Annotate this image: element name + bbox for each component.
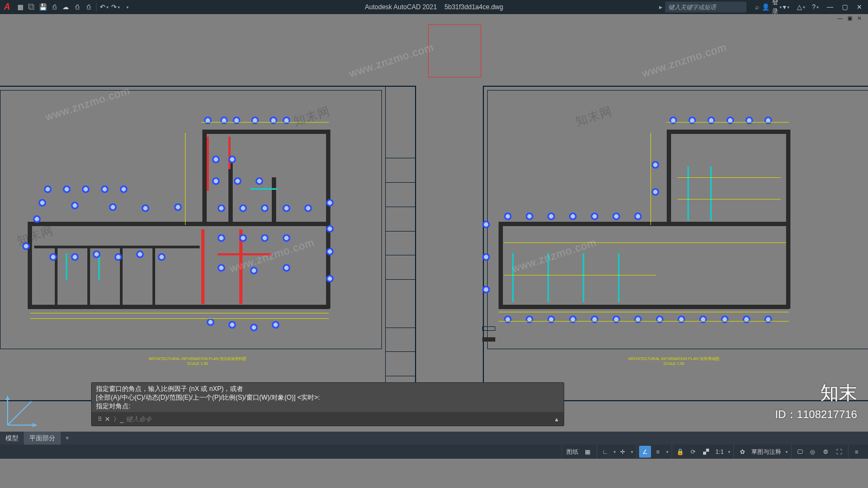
isolate-button[interactable]: ◎ bbox=[807, 446, 819, 458]
chevron-down-icon[interactable]: ▾ bbox=[786, 450, 788, 454]
chevron-down-icon[interactable]: ▾ bbox=[614, 450, 616, 454]
app-logo-icon[interactable]: A bbox=[0, 0, 14, 14]
chevron-down-icon[interactable]: ▾ bbox=[666, 450, 668, 454]
infocenter-search[interactable]: 键入关键字或短语 bbox=[665, 2, 746, 12]
monitor-button[interactable]: 🖵 bbox=[794, 446, 806, 458]
doc-restore-button[interactable]: ▣ bbox=[845, 15, 854, 21]
sheet-left-title: ARCHITECTURAL INFORMATION PLAN 室内装饰资料图 S… bbox=[116, 356, 279, 365]
ucs-icon[interactable] bbox=[5, 394, 39, 427]
annotation-scale-value[interactable]: 1:1 bbox=[713, 448, 726, 455]
clean-screen-button[interactable]: ⛶ bbox=[833, 446, 845, 458]
grid-toggle-button[interactable]: ▦ bbox=[582, 446, 593, 458]
user-icon: 👤 bbox=[762, 3, 770, 11]
signin-button[interactable]: 👤 登录 ▾ bbox=[765, 1, 778, 13]
share-button[interactable]: △▾ bbox=[794, 1, 807, 13]
title-center: Autodesk AutoCAD 2021 5b31f3dd1a4ce.dwg bbox=[365, 3, 503, 11]
app-name: Autodesk AutoCAD 2021 bbox=[365, 3, 437, 11]
tab-model[interactable]: 模型 bbox=[0, 432, 24, 445]
qat-plot-button[interactable]: ⎙ bbox=[72, 2, 82, 12]
command-input-row: ⠿ ✕ 〉_ ▴ bbox=[92, 413, 564, 426]
doc-close-button[interactable]: ✕ bbox=[855, 15, 864, 21]
command-prompt-icon: 〉_ bbox=[113, 415, 124, 424]
command-input[interactable] bbox=[126, 415, 555, 423]
lock-ui-button[interactable]: 🔒 bbox=[674, 446, 686, 458]
command-recent-button[interactable]: ▴ bbox=[555, 415, 558, 423]
qat-save-button[interactable]: 💾 bbox=[38, 2, 48, 12]
command-history-line: [全部(A)/中心(C)/动态(D)/范围(E)/上一个(P)/比例(S)/窗口… bbox=[96, 393, 559, 402]
window-close-button[interactable]: ✕ bbox=[853, 1, 866, 13]
doc-minimize-button[interactable]: — bbox=[835, 15, 844, 21]
qat-separator bbox=[96, 3, 97, 11]
annotation-scale-button[interactable]: ⟳ bbox=[687, 446, 699, 458]
qat-customize-button[interactable]: ▾ bbox=[122, 2, 132, 12]
snap-toggle-button[interactable]: ∟ bbox=[599, 446, 611, 458]
osnap-toggle-button[interactable]: ∠ bbox=[639, 446, 651, 458]
file-name: 5b31f3dd1a4ce.dwg bbox=[444, 3, 503, 11]
search-placeholder: 键入关键字或短语 bbox=[668, 3, 716, 11]
titleblock-left bbox=[385, 87, 415, 400]
plan-area-right bbox=[487, 90, 868, 349]
command-history-line: 指定窗口的角点，输入比例因子 (nX 或 nXP)，或者 bbox=[96, 384, 559, 393]
sheet-left: ARCHITECTURAL INFORMATION PLAN 室内装饰资料图 S… bbox=[0, 86, 416, 401]
title-right: ▸ 键入关键字或短语 ⌕ 👤 登录 ▾ ▾▾ △▾ ?▾ — ▢ ✕ bbox=[659, 1, 868, 13]
command-history: 指定窗口的角点，输入比例因子 (nX 或 nXP)，或者 [全部(A)/中心(C… bbox=[92, 383, 564, 413]
search-marker-icon: ▸ bbox=[659, 3, 662, 11]
window-maximize-button[interactable]: ▢ bbox=[838, 1, 851, 13]
qat-saveas-button[interactable]: ⎙ bbox=[49, 2, 59, 12]
brand-id-overlay: ID：1108217716 bbox=[775, 407, 857, 422]
qat-webmobile-button[interactable]: ☁ bbox=[61, 2, 71, 12]
sheet-right: ARCHITECTURAL INFORMATION PLAN 顶埋/局墙图 SC… bbox=[483, 86, 868, 401]
paperspace-label[interactable]: 图纸 bbox=[564, 448, 580, 456]
chevron-down-icon[interactable]: ▾ bbox=[631, 450, 633, 454]
lineweight-button[interactable]: ≡ bbox=[652, 446, 664, 458]
watermark: www.znzmo.com bbox=[640, 41, 728, 80]
svg-marker-4 bbox=[5, 396, 10, 400]
help-button[interactable]: ?▾ bbox=[809, 1, 822, 13]
window-minimize-button[interactable]: — bbox=[824, 1, 837, 13]
workspace-switch-button[interactable]: ✿ bbox=[736, 446, 748, 458]
sheet-right-title: ARCHITECTURAL INFORMATION PLAN 顶埋/局墙图 SC… bbox=[592, 356, 755, 365]
zoom-window-rect bbox=[428, 24, 481, 78]
qat-redo-button[interactable]: ↷▾ bbox=[111, 2, 120, 12]
document-window-controls: — ▣ ✕ bbox=[0, 14, 868, 22]
qat-open-button[interactable]: ⿻ bbox=[27, 2, 36, 12]
hardware-accel-button[interactable]: ⚙ bbox=[820, 446, 832, 458]
tab-add-button[interactable]: + bbox=[61, 434, 74, 442]
drawing-viewport[interactable]: ARCHITECTURAL INFORMATION PLAN 室内装饰资料图 S… bbox=[0, 22, 868, 432]
qat-plot2-button[interactable]: ⎙ bbox=[84, 2, 93, 12]
svg-marker-3 bbox=[33, 423, 37, 427]
autodesk-app-button[interactable]: ▾▾ bbox=[780, 1, 793, 13]
qat-undo-button[interactable]: ↶▾ bbox=[99, 2, 109, 12]
polar-toggle-button[interactable]: ✛ bbox=[617, 446, 629, 458]
command-close-button[interactable]: ✕ bbox=[105, 415, 112, 423]
command-window[interactable]: 指定窗口的角点，输入比例因子 (nX 或 nXP)，或者 [全部(A)/中心(C… bbox=[91, 382, 564, 426]
tab-layout-1[interactable]: 平面部分 bbox=[24, 432, 61, 445]
watermark: www.znzmo.com bbox=[347, 41, 435, 80]
command-history-line: 指定对角点: bbox=[96, 402, 559, 410]
workspace-label[interactable]: 草图与注释 bbox=[749, 448, 783, 456]
customize-status-button[interactable]: ≡ bbox=[851, 446, 863, 458]
svg-line-2 bbox=[8, 401, 31, 425]
annotation-vis-button[interactable]: 🙾 bbox=[700, 446, 712, 458]
plan-area-left bbox=[0, 90, 382, 349]
qat-new-button[interactable]: ▦ bbox=[15, 2, 25, 12]
layout-tabs: 模型 平面部分 + bbox=[0, 432, 868, 445]
command-grip-icon[interactable]: ⠿ bbox=[95, 416, 105, 423]
status-bar: 图纸 ▦ ∟ ▾ ✛ ▾ ∠ ≡ ▾ 🔒 ⟳ 🙾 1:1 ▾ ✿ 草图与注释 ▾… bbox=[0, 445, 868, 459]
chevron-down-icon[interactable]: ▾ bbox=[728, 450, 730, 454]
title-bar: A ▦ ⿻ 💾 ⎙ ☁ ⎙ ⎙ ↶▾ ↷▾ ▾ Autodesk AutoCAD… bbox=[0, 0, 868, 14]
quick-access-toolbar: ▦ ⿻ 💾 ⎙ ☁ ⎙ ⎙ ↶▾ ↷▾ ▾ bbox=[15, 2, 132, 12]
